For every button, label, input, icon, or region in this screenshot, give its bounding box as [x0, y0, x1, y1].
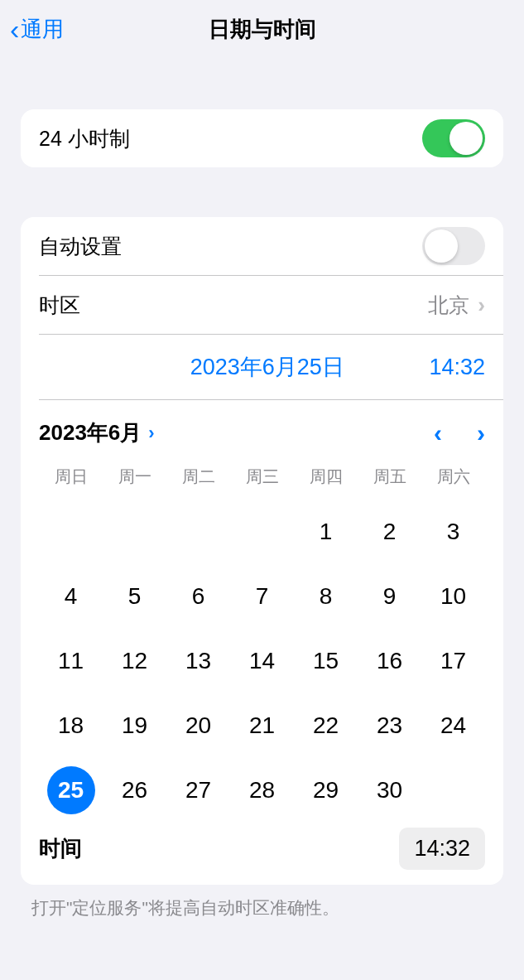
- weekday-label: 周三: [230, 466, 294, 488]
- calendar-header: 2023年6月 › ‹ ›: [39, 400, 485, 459]
- weekday-row: 周日周一周二周三周四周五周六: [39, 459, 485, 493]
- day-cell[interactable]: 11: [39, 639, 103, 683]
- toggle-auto-set[interactable]: [422, 227, 485, 265]
- day-cell[interactable]: 21: [230, 703, 294, 748]
- current-date[interactable]: 2023年6月25日: [39, 352, 429, 382]
- day-cell[interactable]: 29: [294, 768, 358, 813]
- month-nav: ‹ ›: [434, 419, 485, 447]
- day-cell[interactable]: 5: [103, 574, 166, 619]
- month-picker[interactable]: 2023年6月 ›: [39, 418, 155, 447]
- next-month-button[interactable]: ›: [477, 419, 485, 447]
- month-label-text: 2023年6月: [39, 418, 142, 447]
- day-empty: [166, 509, 230, 554]
- day-cell[interactable]: 22: [294, 703, 358, 748]
- label-timezone: 时区: [39, 292, 80, 319]
- toggle-24h[interactable]: [422, 119, 485, 157]
- chevron-left-icon: ‹: [10, 15, 19, 43]
- back-label: 通用: [21, 15, 64, 44]
- back-button[interactable]: ‹ 通用: [10, 15, 64, 44]
- day-cell[interactable]: 8: [294, 574, 358, 619]
- day-empty: [39, 509, 103, 554]
- row-timezone[interactable]: 时区 北京 ›: [21, 276, 503, 334]
- weekday-label: 周五: [358, 466, 421, 488]
- day-cell[interactable]: 13: [166, 639, 230, 683]
- label-24h: 24 小时制: [39, 125, 130, 152]
- day-cell[interactable]: 28: [230, 768, 294, 813]
- day-cell[interactable]: 7: [230, 574, 294, 619]
- weekday-label: 周二: [166, 466, 230, 488]
- chevron-right-icon: ›: [478, 292, 485, 318]
- page-title: 日期与时间: [209, 15, 316, 44]
- day-cell[interactable]: 16: [358, 639, 421, 683]
- day-cell[interactable]: 6: [166, 574, 230, 619]
- day-cell[interactable]: 3: [421, 509, 485, 554]
- weekday-label: 周四: [294, 466, 358, 488]
- nav-bar: ‹ 通用 日期与时间: [0, 0, 524, 58]
- day-empty: [103, 509, 166, 554]
- prev-month-button[interactable]: ‹: [434, 419, 442, 447]
- timezone-text: 北京: [428, 292, 469, 319]
- chevron-right-icon: ›: [148, 422, 154, 444]
- footer-text: 打开"定位服务"将提高自动时区准确性。: [0, 885, 524, 920]
- calendar: 2023年6月 › ‹ › 周日周一周二周三周四周五周六 12345678910…: [21, 400, 503, 885]
- day-empty: [230, 509, 294, 554]
- day-cell[interactable]: 25: [39, 768, 103, 813]
- day-cell[interactable]: 10: [421, 574, 485, 619]
- label-time: 时间: [39, 834, 82, 863]
- day-cell[interactable]: 1: [294, 509, 358, 554]
- day-cell[interactable]: 17: [421, 639, 485, 683]
- section-datetime: 自动设置 时区 北京 › 2023年6月25日 14:32 2023年6月 › …: [21, 217, 503, 885]
- day-cell[interactable]: 2: [358, 509, 421, 554]
- row-time: 时间 14:32: [39, 813, 485, 870]
- day-cell[interactable]: 19: [103, 703, 166, 748]
- day-cell[interactable]: 23: [358, 703, 421, 748]
- section-24h: 24 小时制: [21, 109, 503, 167]
- day-cell[interactable]: 18: [39, 703, 103, 748]
- row-24h: 24 小时制: [21, 109, 503, 167]
- day-cell[interactable]: 12: [103, 639, 166, 683]
- label-auto-set: 自动设置: [39, 233, 122, 260]
- weekday-label: 周日: [39, 466, 103, 488]
- current-time[interactable]: 14:32: [429, 355, 485, 380]
- day-cell[interactable]: 15: [294, 639, 358, 683]
- weekday-label: 周一: [103, 466, 166, 488]
- day-cell[interactable]: 4: [39, 574, 103, 619]
- weekday-label: 周六: [421, 466, 485, 488]
- day-cell[interactable]: 14: [230, 639, 294, 683]
- day-cell[interactable]: 9: [358, 574, 421, 619]
- toggle-knob: [425, 229, 458, 263]
- day-cell[interactable]: 27: [166, 768, 230, 813]
- day-cell[interactable]: 26: [103, 768, 166, 813]
- row-current-datetime: 2023年6月25日 14:32: [21, 335, 503, 399]
- value-timezone: 北京 ›: [428, 292, 485, 319]
- time-picker[interactable]: 14:32: [399, 828, 485, 870]
- row-auto-set: 自动设置: [21, 217, 503, 275]
- toggle-knob: [449, 122, 483, 155]
- day-cell[interactable]: 20: [166, 703, 230, 748]
- day-cell[interactable]: 30: [358, 768, 421, 813]
- day-cell[interactable]: 24: [421, 703, 485, 748]
- days-grid: 1234567891011121314151617181920212223242…: [39, 493, 485, 813]
